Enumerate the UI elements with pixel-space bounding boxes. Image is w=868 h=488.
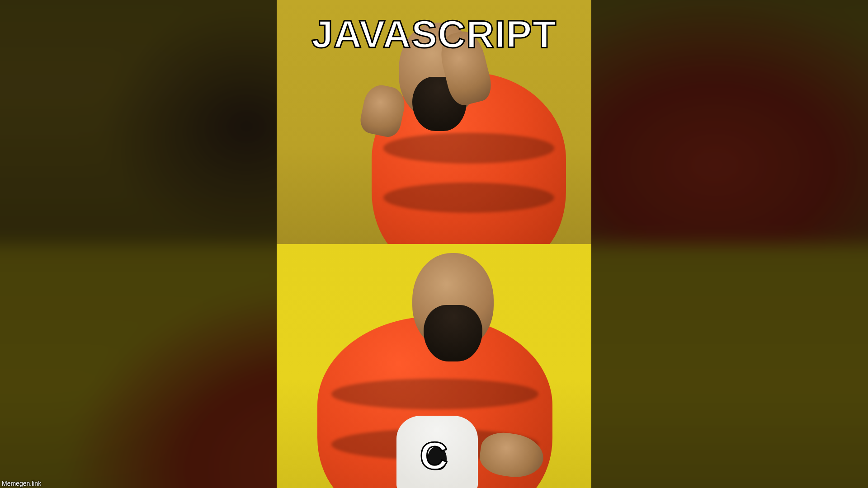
- meme-caption-top: JAVASCRIPT: [311, 12, 557, 56]
- meme-image: JAVASCRIPT C: [277, 0, 591, 488]
- watermark-text: Memegen.link: [2, 480, 41, 487]
- image-viewport: JAVASCRIPT C Memegen.link: [0, 0, 868, 488]
- meme-panel-reject: JAVASCRIPT: [277, 0, 591, 244]
- meme-panel-approve: C: [277, 244, 591, 488]
- meme-caption-bottom: C: [420, 433, 448, 478]
